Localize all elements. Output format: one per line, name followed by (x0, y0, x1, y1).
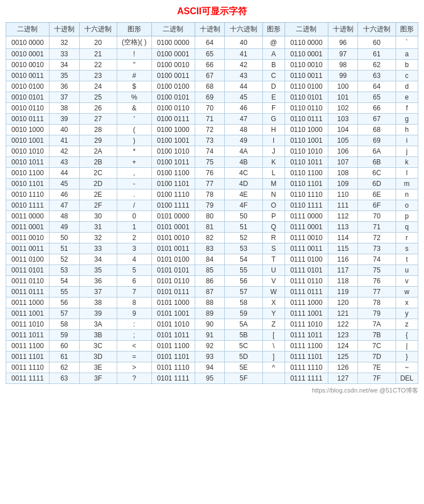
table-cell: 0110 1011 (285, 157, 328, 168)
table-cell: 48 (49, 211, 79, 222)
table-cell: 117 (328, 265, 358, 276)
table-cell: 62 (358, 60, 396, 71)
table-cell: 0100 1100 (151, 168, 195, 179)
table-cell: ] (262, 352, 285, 362)
table-cell: 116 (328, 254, 358, 265)
table-cell: # (117, 71, 151, 81)
table-cell: 0011 0101 (6, 265, 50, 276)
table-cell: 0111 1011 (285, 330, 328, 341)
table-cell: 76 (358, 276, 396, 287)
table-cell: 28 (79, 125, 117, 135)
table-cell: 25 (79, 92, 117, 103)
table-cell: 0101 0101 (151, 265, 195, 276)
table-cell: D (262, 81, 285, 92)
table-cell: 77 (195, 179, 225, 189)
table-cell: m (396, 179, 418, 189)
table-cell: 84 (195, 254, 225, 265)
table-cell: + (117, 157, 151, 168)
page-title: ASCII可显示字符 (6, 6, 418, 18)
table-cell: 108 (328, 168, 358, 179)
table-cell: F (262, 103, 285, 114)
table-cell: ~ (396, 362, 418, 373)
table-cell: b (396, 60, 418, 71)
table-cell: 0011 1010 (6, 319, 50, 330)
table-cell: 0101 1111 (151, 373, 195, 384)
table-cell: 83 (195, 243, 225, 254)
table-cell: 2C (79, 168, 117, 179)
table-cell: 0100 0111 (151, 114, 195, 125)
table-cell: 71 (195, 114, 225, 125)
table-cell: 60 (49, 341, 79, 352)
table-cell: 3C (79, 341, 117, 352)
table-cell: 0110 0000 (285, 36, 328, 49)
table-cell: 2F (79, 200, 117, 211)
table-cell: 0101 0010 (151, 233, 195, 243)
table-cell: , (117, 168, 151, 179)
table-cell: 65 (358, 92, 396, 103)
table-cell: A (262, 49, 285, 60)
table-cell: B (262, 60, 285, 71)
table-cell: 0100 0100 (151, 81, 195, 92)
table-cell: 0101 1001 (151, 308, 195, 319)
table-cell: r (396, 233, 418, 243)
col-binary-1: 二进制 (6, 23, 50, 36)
table-cell: 6E (358, 189, 396, 200)
table-cell: 30 (79, 211, 117, 222)
table-cell: 0011 1101 (6, 352, 50, 362)
table-cell: 0111 0111 (285, 287, 328, 298)
table-cell: 8 (117, 298, 151, 308)
table-cell: 82 (195, 233, 225, 243)
table-cell: 20 (79, 36, 117, 49)
table-cell: 29 (79, 135, 117, 146)
table-cell: 0010 0110 (6, 103, 50, 114)
table-cell: 3B (79, 330, 117, 341)
table-cell: 0111 0110 (285, 276, 328, 287)
table-cell: 33 (49, 49, 79, 60)
table-cell: R (262, 233, 285, 243)
table-cell: C (262, 71, 285, 81)
table-cell: > (117, 362, 151, 373)
table-cell: 0100 1011 (151, 157, 195, 168)
table-cell: 46 (225, 103, 262, 114)
table-cell: 78 (358, 298, 396, 308)
table-cell: 0100 1000 (151, 125, 195, 135)
table-cell: 2 (117, 233, 151, 243)
table-cell: 54 (225, 254, 262, 265)
table-cell: t (396, 254, 418, 265)
table-cell: 0010 1000 (6, 125, 50, 135)
table-cell: ! (117, 49, 151, 60)
table-cell: 0100 0011 (151, 71, 195, 81)
table-cell: 39 (79, 308, 117, 319)
table-cell: 47 (225, 114, 262, 125)
table-cell: & (117, 103, 151, 114)
table-cell: 4F (225, 200, 262, 211)
table-cell: p (396, 211, 418, 222)
table-cell: x (396, 298, 418, 308)
table-cell: n (396, 189, 418, 200)
table-cell: 0011 0000 (6, 211, 50, 222)
table-cell: 0110 0111 (285, 114, 328, 125)
table-cell: 0111 1001 (285, 308, 328, 319)
table-cell: 101 (328, 92, 358, 103)
table-cell: (空格)( ) (117, 36, 151, 49)
table-cell: 88 (195, 298, 225, 308)
table-cell: 72 (358, 233, 396, 243)
table-cell: 0110 0101 (285, 92, 328, 103)
table-cell: 56 (49, 298, 79, 308)
table-cell: 36 (49, 81, 79, 92)
table-cell: 27 (79, 114, 117, 125)
table-cell: 7A (358, 319, 396, 330)
table-cell: 0101 1100 (151, 341, 195, 352)
col-hex-3: 十六进制 (358, 23, 396, 36)
table-cell: 49 (225, 135, 262, 146)
table-cell: 72 (195, 125, 225, 135)
table-cell: 58 (49, 319, 79, 330)
table-cell: 0101 0110 (151, 276, 195, 287)
table-cell: P (262, 211, 285, 222)
table-cell: * (117, 146, 151, 157)
table-cell: 87 (195, 287, 225, 298)
table-cell: a (396, 49, 418, 60)
table-cell: M (262, 179, 285, 189)
table-cell: 44 (49, 168, 79, 179)
table-cell: d (396, 81, 418, 92)
